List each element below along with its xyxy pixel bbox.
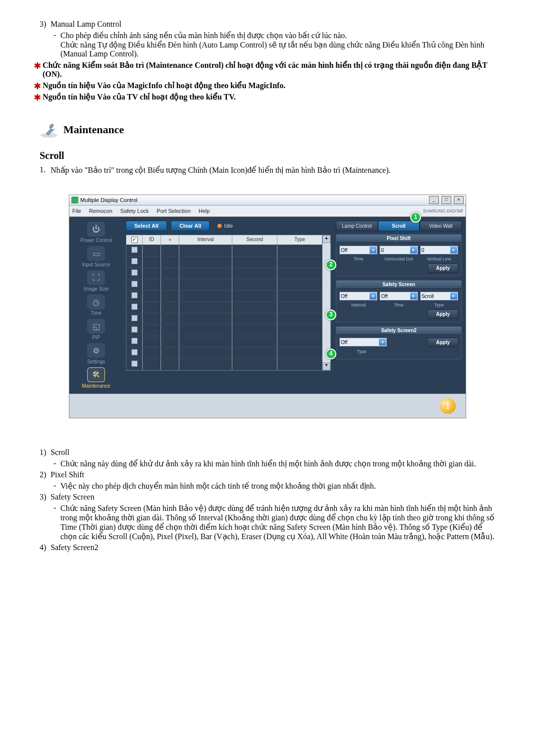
item-3b-num: 3) <box>40 493 51 502</box>
scroll-step-text: Nhấp vào "Bảo trì" trong cột Biểu tượng … <box>51 165 391 175</box>
star-note-3: ✱ Nguồn tín hiệu Vào của TV chỉ hoạt độn… <box>34 92 495 101</box>
row-checkbox[interactable] <box>131 281 138 287</box>
nav-settings-label: Settings <box>87 359 105 364</box>
pixel-shift-apply-button[interactable]: Apply <box>428 263 458 273</box>
item-3b-title: Safety Screen <box>51 493 94 502</box>
checkbox-all[interactable] <box>131 237 138 243</box>
callout-1: 1 <box>410 212 421 223</box>
table-row[interactable] <box>126 336 322 348</box>
col-check[interactable] <box>126 235 143 245</box>
nav-power-control[interactable]: ⏻ Power Control <box>80 222 111 243</box>
pixel-shift-hdot[interactable]: 0▾ <box>379 246 418 254</box>
display-grid: ID ● Interval Second Type <box>126 235 322 371</box>
clear-all-button[interactable]: Clear All <box>171 221 210 231</box>
row-checkbox[interactable] <box>131 315 138 321</box>
callout-3: 3 <box>325 309 336 320</box>
nav-input-source[interactable]: ▭ Input Source <box>82 246 110 267</box>
nav-input-label: Input Source <box>82 262 110 267</box>
menu-safety-lock[interactable]: Safety Lock <box>120 208 149 214</box>
label-time: Time <box>339 256 377 261</box>
window-title: Multiple Display Control <box>80 197 138 203</box>
table-row[interactable] <box>126 268 322 279</box>
dash: - <box>54 459 60 468</box>
menu-file[interactable]: File <box>72 208 81 214</box>
safety-screen-onoff[interactable]: Off▾ <box>339 292 377 301</box>
item-1-num: 1) <box>40 448 51 457</box>
row-checkbox[interactable] <box>131 349 138 355</box>
label-type: Type <box>420 302 458 307</box>
table-row[interactable] <box>126 279 322 291</box>
row-checkbox[interactable] <box>131 326 138 333</box>
nav-maintenance[interactable]: 🛠 Maintenance <box>82 367 110 389</box>
row-checkbox[interactable] <box>131 360 138 367</box>
minimize-button[interactable]: _ <box>429 196 439 204</box>
right-tabs: Lamp Control Scroll Video Wall 1 <box>336 221 462 231</box>
safety-screen-type[interactable]: Scroll▾ <box>420 292 458 301</box>
item-3-num: 3) <box>40 20 51 29</box>
chevron-down-icon: ▾ <box>370 293 376 300</box>
row-checkbox[interactable] <box>131 258 138 264</box>
tab-lamp-control[interactable]: Lamp Control <box>336 221 378 231</box>
row-checkbox[interactable] <box>131 269 138 276</box>
scroll-down-icon[interactable]: ▼ <box>322 362 330 370</box>
table-row[interactable] <box>126 359 322 370</box>
item-3-line2: Chức năng Tự động Điều khiển Đèn hình (A… <box>60 41 484 58</box>
center-panel: Select All Clear All Idle ID ● Interval … <box>123 217 334 394</box>
nav-power-label: Power Control <box>80 238 111 243</box>
menu-remocon[interactable]: Remocon <box>89 208 112 214</box>
item-1-sub: - Chức năng này dùng để khử dư ảnh xảy r… <box>54 459 495 468</box>
scroll-up-icon[interactable]: ▲ <box>322 235 330 243</box>
idle-label: Idle <box>224 223 233 229</box>
table-row[interactable] <box>126 302 322 313</box>
col-id: ID <box>143 235 161 245</box>
item-3-body: Cho phép điều chỉnh ánh sáng nền của màn… <box>60 31 495 58</box>
menu-port-selection[interactable]: Port Selection <box>157 208 190 214</box>
nav-image-size[interactable]: ⛶ Image Size <box>84 270 108 292</box>
row-checkbox[interactable] <box>131 292 138 299</box>
table-row[interactable] <box>126 245 322 256</box>
table-row[interactable] <box>126 348 322 359</box>
brand-label: SAMSUNG DIGITall <box>423 208 463 213</box>
safety-screen-apply-button[interactable]: Apply <box>428 309 458 319</box>
close-button[interactable]: × <box>454 196 464 204</box>
chevron-down-icon: ▾ <box>410 247 417 253</box>
item-3b: 3) Safety Screen <box>40 493 94 502</box>
chevron-down-icon: ▾ <box>379 339 386 346</box>
safety-screen2-apply-button[interactable]: Apply <box>428 338 458 347</box>
table-row[interactable] <box>126 325 322 336</box>
chevron-down-icon: ▾ <box>370 247 376 253</box>
app-icon <box>71 197 78 203</box>
tab-video-wall[interactable]: Video Wall <box>420 221 462 231</box>
select-all-button[interactable]: Select All <box>126 221 167 231</box>
dash: - <box>54 504 60 541</box>
pixel-shift-title: Pixel Shift <box>336 235 461 243</box>
pixel-shift-vline[interactable]: 0▾ <box>420 246 458 254</box>
table-row[interactable] <box>126 256 322 268</box>
nav-pip[interactable]: ◱ PIP <box>87 319 105 340</box>
item-2: 2) Pixel Shift <box>40 470 84 479</box>
table-row[interactable] <box>126 313 322 325</box>
nav-time-label: Time <box>91 310 102 316</box>
pixel-shift-onoff[interactable]: Off▾ <box>339 246 377 254</box>
safety-screen-group: Safety Screen Off▾ Off▾ Scroll▾ Interval… <box>336 280 462 322</box>
nav-time[interactable]: ◷ Time <box>87 295 105 316</box>
item-3b-text: Chức năng Safety Screen (Màn hình Bảo vệ… <box>60 504 495 541</box>
col-second: Second <box>232 235 277 245</box>
item-2-text: Việc này cho phép dịch chuyển màn hình m… <box>60 481 376 491</box>
maximize-button[interactable]: □ <box>441 196 451 204</box>
nav-settings[interactable]: ⚙ Settings <box>87 343 105 364</box>
menu-help[interactable]: Help <box>199 208 210 214</box>
safety-screen-time[interactable]: Off▾ <box>379 292 418 301</box>
status-header-icon: ● <box>168 237 171 242</box>
safety-screen2-onoff[interactable]: Off▾ <box>339 338 387 347</box>
star-note-3-text: Nguồn tín hiệu Vào của TV chỉ hoạt động … <box>43 92 236 101</box>
pixel-shift-group: Pixel Shift Off▾ 0▾ 0▾ Time Horizontal D… <box>336 234 462 276</box>
item-4-num: 4) <box>40 543 51 552</box>
row-checkbox[interactable] <box>131 303 138 310</box>
row-checkbox[interactable] <box>131 247 138 253</box>
item-2-title: Pixel Shift <box>51 470 84 479</box>
row-checkbox[interactable] <box>131 338 138 344</box>
chevron-down-icon: ▾ <box>450 293 457 300</box>
star-note-1-text: Chức năng Kiểm soát Bảo trì (Maintenance… <box>43 60 495 79</box>
table-row[interactable] <box>126 291 322 302</box>
